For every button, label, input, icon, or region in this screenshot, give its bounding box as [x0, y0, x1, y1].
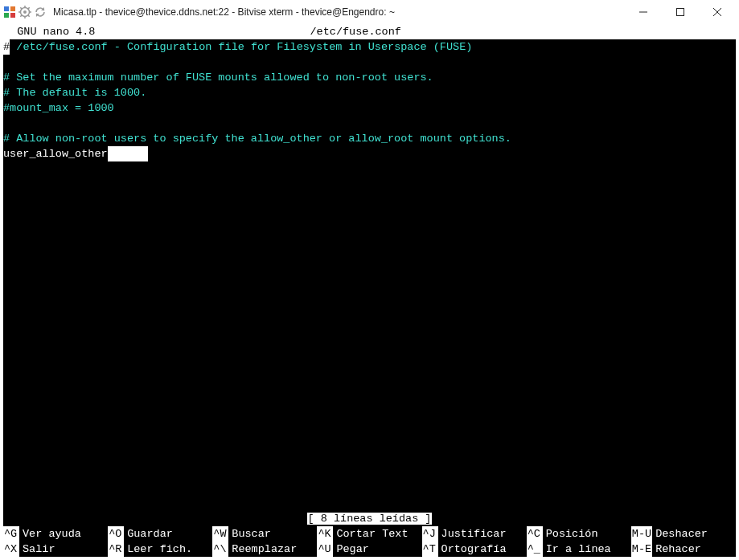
shortcut-search: ^WBuscar: [212, 526, 317, 542]
shortcut-goto: ^_Ir a línea: [527, 542, 631, 557]
cursor-icon: [108, 146, 148, 161]
svg-rect-1: [10, 6, 15, 11]
shortcut-justify: ^JJustificar: [422, 526, 527, 542]
bitvise-icon: [3, 6, 16, 18]
svg-point-5: [23, 10, 27, 14]
nano-shortcuts: ^GVer ayuda ^OGuardar ^WBuscar ^KCortar …: [3, 526, 736, 557]
refresh-icon[interactable]: [34, 6, 47, 18]
shortcut-position: ^CPosición: [527, 526, 631, 542]
window-title: Micasa.tlp - thevice@thevice.ddns.net:22…: [53, 6, 395, 18]
svg-line-12: [28, 7, 30, 9]
app-icons: [3, 6, 47, 18]
shortcut-redo: M-ERehacer: [631, 542, 736, 557]
shortcut-readfile: ^RLeer fich.: [108, 542, 212, 557]
window-titlebar: Micasa.tlp - thevice@thevice.ddns.net:22…: [0, 0, 739, 24]
close-button[interactable]: [699, 0, 736, 24]
nano-app-name: GNU nano 4.8: [3, 24, 96, 39]
shortcut-help: ^GVer ayuda: [3, 526, 108, 542]
nano-header: GNU nano 4.8 /etc/fuse.conf: [3, 24, 736, 39]
shortcut-replace: ^\Reemplazar: [212, 542, 317, 557]
minimize-button[interactable]: [625, 0, 662, 24]
shortcut-spell: ^TOrtografía: [422, 542, 527, 557]
shortcut-exit: ^XSalir: [3, 542, 108, 557]
file-line-1: /etc/fuse.conf - Configuration file for …: [10, 41, 472, 53]
file-line-7: # Allow non-root users to specify the al…: [3, 133, 511, 145]
shortcut-writeout: ^OGuardar: [108, 526, 212, 542]
terminal[interactable]: GNU nano 4.8 /etc/fuse.conf # /etc/fuse.…: [3, 24, 736, 557]
svg-rect-17: [677, 9, 684, 16]
settings-icon[interactable]: [18, 6, 31, 18]
nano-header-right: [615, 24, 736, 39]
editor-content[interactable]: # /etc/fuse.conf - Configuration file fo…: [3, 39, 736, 161]
file-line-5: #mount_max = 1000: [3, 102, 114, 114]
nano-filename: /etc/fuse.conf: [96, 24, 615, 39]
svg-line-10: [20, 7, 22, 9]
file-line-8: user_allow_other: [3, 148, 108, 160]
shortcut-cut: ^KCortar Text: [317, 526, 421, 542]
file-line-3: # Set the maximum number of FUSE mounts …: [3, 72, 433, 84]
svg-line-13: [20, 15, 22, 17]
shortcut-undo: M-UDeshacer: [631, 526, 736, 542]
maximize-button[interactable]: [662, 0, 699, 24]
svg-line-11: [28, 15, 30, 17]
file-line-4: # The default is 1000.: [3, 87, 146, 99]
nano-status-line: [ 8 líneas leídas ]: [3, 511, 736, 526]
line1-hash: #: [3, 39, 10, 55]
svg-rect-0: [4, 6, 9, 11]
svg-rect-3: [10, 13, 15, 18]
nano-status-text: [ 8 líneas leídas ]: [307, 513, 433, 525]
svg-rect-2: [4, 13, 9, 18]
shortcut-paste: ^UPegar: [317, 542, 421, 557]
